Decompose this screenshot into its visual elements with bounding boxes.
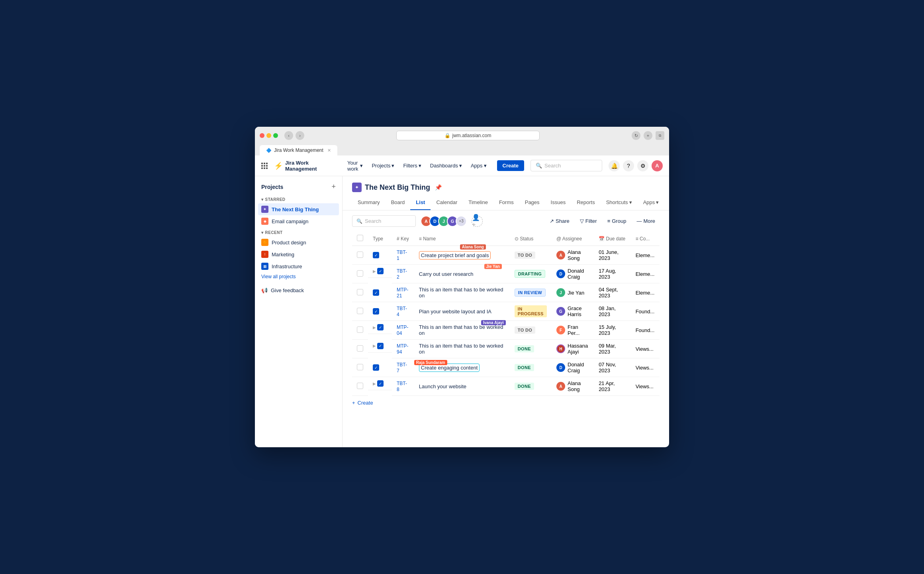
- sidebar-item-infrastructure[interactable]: ▦ Infrastructure: [258, 260, 339, 272]
- col-header-status[interactable]: ⊙ Status: [510, 232, 552, 246]
- refresh-button[interactable]: ↻: [632, 131, 640, 140]
- user-avatar[interactable]: A: [652, 160, 663, 171]
- expand-icon[interactable]: ▶: [373, 381, 376, 386]
- row-checkbox[interactable]: [357, 270, 363, 277]
- tab-calendar[interactable]: Calendar: [431, 195, 463, 210]
- nav-filters[interactable]: Filters ▾: [399, 157, 425, 174]
- filter-button[interactable]: ▽ Filter: [576, 215, 601, 227]
- due-date: 08 Jan, 2023: [594, 302, 631, 321]
- view-all-projects[interactable]: View all projects: [258, 272, 339, 281]
- col-header-assignee[interactable]: @ Assignee: [552, 232, 594, 246]
- select-all-checkbox[interactable]: [357, 235, 363, 241]
- tab-reports[interactable]: Reports: [571, 195, 601, 210]
- row-checkbox[interactable]: [357, 252, 363, 258]
- tab-shortcuts[interactable]: Shortcuts ▾: [601, 195, 638, 210]
- tab-issues[interactable]: Issues: [545, 195, 572, 210]
- expand-icon[interactable]: ▶: [373, 344, 376, 348]
- nav-apps[interactable]: Apps ▾: [467, 157, 491, 174]
- task-name[interactable]: Plan your website layout and IA: [419, 309, 491, 315]
- name-tooltip: Jie Yan: [484, 264, 502, 269]
- tab-timeline[interactable]: Timeline: [463, 195, 493, 210]
- pin-icon[interactable]: 📌: [435, 184, 442, 191]
- more-button[interactable]: — More: [632, 215, 660, 227]
- task-name[interactable]: This is an item that has to be worked on: [419, 287, 503, 299]
- app-menu-icon[interactable]: [261, 163, 268, 169]
- sidebar-item-marketing[interactable]: ! Marketing: [258, 248, 339, 260]
- table-row: ▶ ✓ MTP-04 This is an item that has to b…: [352, 321, 660, 340]
- expand-icon[interactable]: ▶: [373, 325, 376, 330]
- task-name[interactable]: Launch your website: [419, 383, 466, 389]
- recent-section-label: ▾ RECENT: [258, 227, 339, 236]
- browser-tab[interactable]: 🔷 Jira Work Management ✕: [260, 145, 337, 155]
- component: Views...: [631, 340, 660, 358]
- tab-pages[interactable]: Pages: [519, 195, 545, 210]
- create-button[interactable]: Create: [497, 160, 524, 171]
- nav-logo[interactable]: ⚡ Jira Work Management: [274, 160, 337, 172]
- project-header: ✦ The Next Big Thing 📌: [343, 176, 669, 192]
- task-name[interactable]: This is an item that has to be worked on: [419, 324, 503, 336]
- assignee-filters: A D J G +3: [421, 216, 467, 227]
- assignee-avatar: A: [556, 251, 565, 259]
- tab-board[interactable]: Board: [386, 195, 411, 210]
- maximize-button[interactable]: [273, 133, 278, 138]
- assignee-cell: D Donald Craig: [556, 362, 589, 373]
- component: Found...: [631, 302, 660, 321]
- tab-summary[interactable]: Summary: [352, 195, 386, 210]
- settings-icon[interactable]: ⚙: [637, 160, 648, 171]
- tab-list[interactable]: List: [410, 195, 431, 210]
- extensions-button[interactable]: ⧉: [656, 131, 664, 140]
- col-header-name[interactable]: ≡ Name: [414, 232, 510, 246]
- row-checkbox[interactable]: [357, 308, 363, 314]
- group-button[interactable]: ≡ Group: [603, 215, 631, 227]
- nav-dashboards[interactable]: Dashboards ▾: [426, 157, 466, 174]
- row-type-check: ✓: [377, 324, 384, 330]
- col-header-check[interactable]: [352, 232, 368, 246]
- due-date: 01 June, 2023: [594, 246, 631, 265]
- row-checkbox[interactable]: [357, 364, 363, 370]
- row-type-check: ✓: [377, 268, 384, 274]
- new-tab-button[interactable]: +: [644, 131, 652, 140]
- notifications-icon[interactable]: 🔔: [609, 160, 620, 171]
- tab-apps[interactable]: Apps ▾: [638, 195, 665, 210]
- row-checkbox[interactable]: [357, 326, 363, 333]
- table-row: ✓ TBT-1 Alana Song Create project brief …: [352, 246, 660, 265]
- task-name[interactable]: This is an item that has to be worked on: [419, 343, 503, 355]
- project-title: The Next Big Thing: [365, 183, 430, 192]
- tab-project-settings[interactable]: Project settings: [664, 195, 669, 210]
- forward-button[interactable]: ›: [296, 131, 304, 140]
- col-header-component[interactable]: ≡ Co...: [631, 232, 660, 246]
- assignee-cell: F Fran Per...: [556, 324, 589, 336]
- share-button[interactable]: ↗ Share: [545, 215, 574, 227]
- expand-icon[interactable]: ▶: [373, 269, 376, 273]
- col-header-key[interactable]: # Key: [392, 232, 414, 246]
- col-header-type[interactable]: Type: [368, 232, 392, 246]
- minimize-button[interactable]: [266, 133, 271, 138]
- add-project-button[interactable]: +: [331, 183, 336, 191]
- row-checkbox[interactable]: [357, 383, 363, 389]
- give-feedback-label: Give feedback: [271, 287, 304, 293]
- list-search-input[interactable]: 🔍 Search: [352, 215, 416, 227]
- row-checkbox[interactable]: [357, 345, 363, 352]
- give-feedback-button[interactable]: 📢 Give feedback: [258, 284, 339, 297]
- avatar-extra-count[interactable]: +3: [456, 216, 467, 227]
- tab-forms[interactable]: Forms: [493, 195, 519, 210]
- nav-your-work[interactable]: Your work ▾: [343, 157, 367, 174]
- global-search-input[interactable]: 🔍 Search: [531, 160, 602, 171]
- task-name[interactable]: Carry out user research: [419, 271, 474, 277]
- assignee-cell: H Hassana Ajayi: [556, 343, 589, 355]
- sidebar-item-next-big-thing[interactable]: ✦ The Next Big Thing: [258, 203, 339, 215]
- address-bar[interactable]: 🔒 jwm.atlassian.com: [396, 131, 540, 140]
- nav-projects[interactable]: Projects ▾: [368, 157, 398, 174]
- sidebar-item-email-campaign[interactable]: ◆ Email campaign: [258, 215, 339, 227]
- help-icon[interactable]: ?: [623, 160, 634, 171]
- col-header-due[interactable]: 📅 Due date: [594, 232, 631, 246]
- task-name[interactable]: Create project brief and goals: [419, 251, 491, 259]
- sidebar-item-product-design[interactable]: 🔶 Product design: [258, 236, 339, 248]
- back-button[interactable]: ‹: [284, 131, 293, 140]
- close-button[interactable]: [260, 133, 264, 138]
- row-checkbox[interactable]: [357, 289, 363, 295]
- assignee-name: Jie Yan: [568, 290, 584, 296]
- add-assignee-button[interactable]: 👤+: [472, 216, 483, 227]
- sidebar-label-infrastructure: Infrastructure: [272, 263, 302, 269]
- create-item-button[interactable]: + Create: [343, 396, 669, 410]
